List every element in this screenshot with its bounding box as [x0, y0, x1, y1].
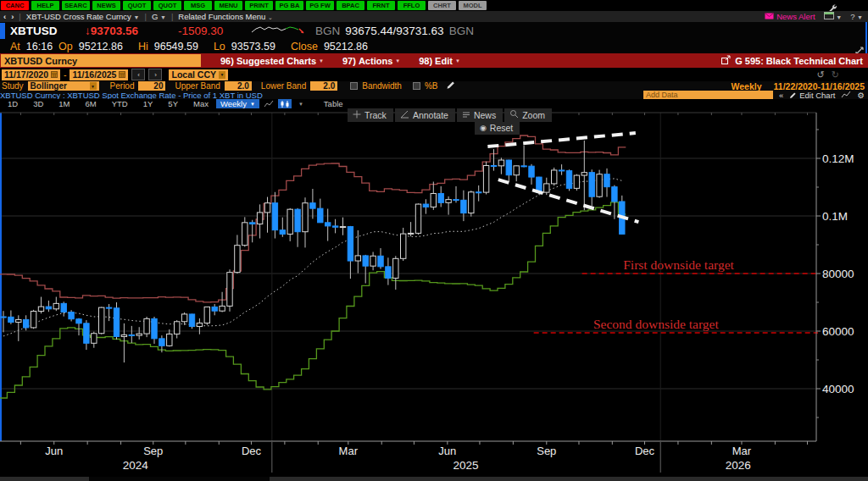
price-change: -1509.30 — [178, 25, 251, 37]
candle-body — [31, 312, 36, 328]
fkey-menu-button[interactable]: MENU — [214, 1, 242, 10]
candle-body — [121, 334, 126, 336]
candle-chart-type-button[interactable] — [278, 99, 292, 108]
export-icon[interactable] — [721, 55, 731, 67]
tab-1m[interactable]: 1M — [51, 99, 77, 108]
range-forward-button[interactable]: › — [148, 69, 162, 80]
candle-body — [197, 323, 202, 326]
table-button[interactable]: Table — [316, 99, 351, 108]
pctb-label: %B — [425, 81, 438, 91]
start-date-input[interactable]: 11/17/2020 — [2, 69, 60, 80]
currency-select[interactable]: Local CCY▼ — [169, 69, 228, 80]
tab-5y[interactable]: 5Y — [160, 99, 186, 108]
fkey-bpac-button[interactable]: BPAC — [337, 1, 364, 10]
fkey-frnt-button[interactable]: FRNT — [367, 1, 395, 10]
track-button[interactable]: Track — [348, 108, 393, 122]
undo-icon[interactable]: ↺ — [817, 69, 825, 80]
news-alert-button[interactable]: News Alert — [765, 12, 815, 21]
fkey-msg-button[interactable]: MSG — [184, 1, 212, 10]
frequency-select[interactable]: Weekly▼ — [216, 99, 259, 108]
pctb-checkbox[interactable] — [413, 82, 420, 90]
candle-body — [476, 192, 481, 193]
edit-chart-button[interactable]: Edit Chart — [789, 91, 835, 100]
tab-1y[interactable]: 1Y — [136, 99, 161, 108]
candle-body — [597, 174, 602, 197]
zoom-button[interactable]: Zoom — [504, 108, 552, 122]
line-chart-type-button[interactable] — [262, 99, 275, 108]
tab-1d[interactable]: 1D — [0, 99, 25, 108]
fkey-quot-button[interactable]: QUOT — [153, 1, 181, 10]
chart-type-dropdown[interactable]: ▼ — [294, 99, 308, 108]
y-axis-label: 80000 — [822, 268, 854, 280]
period-input[interactable]: 20 — [138, 81, 165, 91]
fkey-modl-button[interactable]: MODL — [459, 1, 487, 10]
reset-button[interactable]: ◉ Reset — [475, 122, 520, 135]
candle-body — [46, 307, 51, 309]
banner-item-suggested-charts[interactable]: 96)Suggested Charts▼ — [220, 56, 324, 66]
end-date-input[interactable]: 11/16/2025 — [70, 69, 128, 80]
date-range-row: 11/17/2020 - 11/16/2025 ‹ › Local CCY▼ ↺… — [0, 68, 868, 81]
candle-body — [69, 312, 74, 319]
add-data-input[interactable]: Add Data — [643, 91, 773, 99]
high-value: 96549.59 — [154, 41, 198, 53]
annotate-button[interactable]: Annotate — [395, 108, 455, 122]
fkey-pg-fw-button[interactable]: PG FW — [306, 1, 334, 10]
group-menu[interactable]: G ▼ — [152, 12, 166, 21]
back-button[interactable]: ‹ — [3, 12, 6, 21]
range-back-button[interactable]: ‹ — [131, 69, 145, 80]
forward-button[interactable]: › — [11, 12, 14, 21]
window-icon[interactable]: ▼ — [824, 12, 843, 21]
redo-icon[interactable]: ↻ — [832, 69, 839, 80]
fkey-canc-button[interactable]: CANC — [1, 1, 29, 10]
candle-body — [76, 319, 81, 323]
fkey-searc-button[interactable]: SEARC — [62, 1, 90, 10]
line-chart-icon[interactable] — [841, 91, 851, 100]
banner-item-actions[interactable]: 97)Actions▼ — [342, 56, 400, 66]
candle-body — [401, 234, 406, 258]
candle-body — [318, 208, 323, 223]
study-select[interactable]: Bollinger▼ — [28, 81, 99, 91]
candle-body — [257, 213, 262, 224]
security-input[interactable]: XBTUSD Curncy — [1, 54, 201, 67]
collapse-button[interactable]: « — [779, 91, 783, 100]
candle-body — [8, 317, 14, 322]
study-label: Study — [2, 81, 24, 91]
scrollbar-thumb[interactable] — [89, 477, 270, 481]
fkey-pg-ba-button[interactable]: PG BA — [275, 1, 303, 10]
lower-band-input[interactable]: 2.0 — [310, 81, 337, 91]
calendar-icon[interactable] — [119, 69, 125, 80]
calendar-icon[interactable] — [51, 69, 58, 80]
tab-6m[interactable]: 6M — [78, 99, 104, 108]
fkey-quot-button[interactable]: QUOT — [123, 1, 151, 10]
news-button[interactable]: News — [457, 108, 503, 122]
related-functions-menu[interactable]: Related Functions Menu ⌄ — [178, 12, 273, 21]
security-menu[interactable]: XBT-USD Cross Rate Curncy ▼ — [26, 12, 140, 21]
y-axis-label: 0.1M — [822, 210, 848, 223]
close-value: 95212.86 — [324, 41, 368, 53]
banner-item-edit[interactable]: 98)Edit▼ — [419, 56, 460, 66]
target-label-1: First downside target — [623, 257, 734, 272]
gear-icon[interactable]: ⚙ — [857, 91, 865, 100]
fkey-fflo-button[interactable]: FFLO — [398, 1, 426, 10]
price-chart-canvas[interactable]: First downside targetSecond downside tar… — [0, 108, 868, 481]
fkey-chrt-button[interactable]: CHRT — [428, 1, 456, 10]
bandwidth-checkbox[interactable] — [350, 82, 358, 90]
security-description: XBTUSD Curncy : XBTUSD Spot Exchange Rat… — [0, 91, 263, 100]
candle-body — [514, 166, 519, 175]
fkey-help-button[interactable]: HELP — [31, 1, 59, 10]
tab-max[interactable]: Max — [186, 99, 216, 108]
candle-body — [521, 166, 526, 167]
candle-body — [408, 233, 413, 234]
security-highlight-bar — [0, 23, 5, 39]
chart-horizontal-scrollbar[interactable] — [0, 477, 868, 481]
fkey-print-button[interactable]: PRINT — [245, 1, 273, 10]
upper-band-input[interactable]: 2.0 — [225, 81, 252, 91]
x-axis-month-label: Dec — [242, 445, 262, 457]
x-axis-month-label: Dec — [635, 445, 655, 457]
fkey-news-button[interactable]: NEWS — [92, 1, 120, 10]
tab-ytd[interactable]: YTD — [104, 99, 136, 108]
high-label: Hi — [138, 41, 148, 53]
candle-body — [386, 267, 391, 279]
tab-3d[interactable]: 3D — [25, 99, 51, 108]
help-icon[interactable]: ? ▼ — [850, 12, 863, 21]
